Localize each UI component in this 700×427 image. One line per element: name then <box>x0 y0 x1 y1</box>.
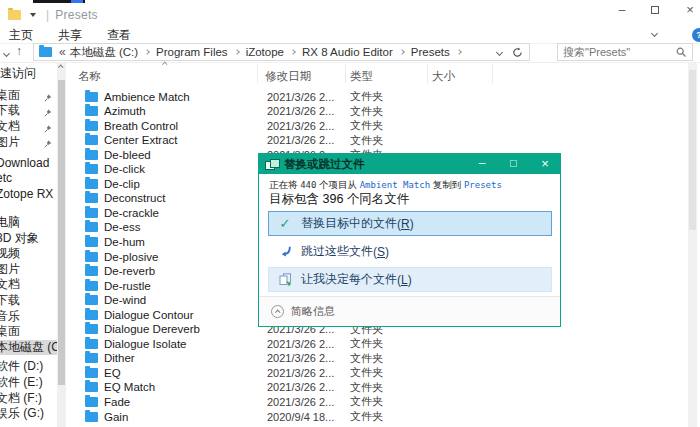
sidebar-item-desktop[interactable]: 桌面 <box>0 324 57 340</box>
dialog-close-button[interactable]: × <box>537 156 553 172</box>
column-separator[interactable] <box>492 64 493 83</box>
breadcrumb-chevron-icon[interactable] <box>399 49 405 55</box>
file-row[interactable]: Ambience Match2021/3/26 2...文件夹 <box>72 89 686 104</box>
sidebar-item-pictures-pinned[interactable]: 图片 <box>0 134 57 150</box>
search-box[interactable] <box>557 43 693 61</box>
sidebar-item-drive-g[interactable]: 娱乐 (G:) <box>0 406 57 422</box>
breadcrumb-chevron-icon[interactable] <box>456 49 462 55</box>
file-row[interactable]: Center Extract2021/3/26 2...文件夹 <box>72 133 686 148</box>
sidebar-item-this-pc[interactable]: 电脑 <box>0 215 57 231</box>
minimize-button[interactable]: – <box>612 3 632 19</box>
close-button[interactable]: × <box>680 3 700 19</box>
sidebar-item-quick-access[interactable]: 速访问 <box>0 66 57 82</box>
sidebar-item-documents-pinned[interactable]: 文档 <box>0 119 57 135</box>
breadcrumb-segment[interactable]: 本地磁盘 (C:) <box>70 45 138 60</box>
search-input[interactable] <box>563 46 676 58</box>
dialog-option-replace[interactable]: ✓替换目标中的文件(R) <box>268 211 552 236</box>
file-type: 文件夹 <box>350 133 686 148</box>
file-row[interactable]: Dither2021/3/26 2...文件夹 <box>72 351 686 366</box>
file-name: De-plosive <box>104 251 261 263</box>
sidebar-item-label: 桌面 <box>0 87 20 104</box>
breadcrumb-segment[interactable]: Program Files <box>156 46 228 58</box>
sidebar-item-music[interactable]: 音乐 <box>0 308 57 324</box>
sidebar-item-videos[interactable]: 视频 <box>0 246 57 262</box>
sidebar-item-documents[interactable]: 文档 <box>0 277 57 293</box>
breadcrumb-chevron-icon[interactable] <box>144 49 150 55</box>
up-arrow-icon[interactable]: ↑ <box>16 44 22 58</box>
sidebar-item-label: 软件 (D:) <box>0 358 43 375</box>
file-row[interactable]: Azimuth2021/3/26 2...文件夹 <box>72 104 686 119</box>
file-name: De-bleed <box>104 149 261 161</box>
address-dropdown-icon[interactable] <box>496 48 503 55</box>
menu-tab-1[interactable]: 共享 <box>58 27 82 44</box>
sidebar-item-label: 桌面 <box>0 323 20 340</box>
sidebar-item-pictures[interactable]: 图片 <box>0 262 57 278</box>
file-date: 2021/3/26 2... <box>267 352 344 364</box>
collapse-details-icon[interactable] <box>271 305 284 318</box>
file-row[interactable]: Gain2020/9/4 18...文件夹 <box>72 409 686 424</box>
breadcrumb-chevron-icon[interactable] <box>290 49 296 55</box>
help-icon[interactable]: ? <box>692 28 700 42</box>
destination-folder-link[interactable]: Presets <box>464 180 502 190</box>
sidebar-item-label: 音乐 <box>0 308 20 325</box>
dialog-minimize-button[interactable]: – <box>474 156 490 172</box>
file-name: Fade <box>104 396 261 408</box>
file-row[interactable]: EQ Match2021/3/26 2...文件夹 <box>72 380 686 395</box>
maximize-button[interactable] <box>645 3 665 19</box>
scroll-up-icon[interactable] <box>58 65 63 70</box>
sidebar-item-label: 下载 <box>0 102 20 119</box>
file-name: De-ess <box>104 221 261 233</box>
sidebar-item-local-disk-c[interactable]: 本地磁盘 (C: <box>0 340 57 356</box>
source-folder-link[interactable]: Ambient Match <box>360 180 430 190</box>
file-row[interactable]: EQ2021/3/26 2...文件夹 <box>72 365 686 380</box>
breadcrumb-segment[interactable]: iZotope <box>246 46 284 58</box>
column-header-name[interactable]: 名称 <box>78 69 101 84</box>
menu-tab-0[interactable]: 主页 <box>9 27 33 44</box>
sidebar-item-3d-objects[interactable]: 3D 对象 <box>0 230 57 246</box>
sidebar-item-izotope-rx-folder[interactable]: Zotope RX <box>0 186 57 202</box>
sidebar-item-drive-d[interactable]: 软件 (D:) <box>0 359 57 375</box>
column-separator[interactable] <box>427 64 428 83</box>
file-list-scrollbar-thumb[interactable] <box>689 70 696 230</box>
file-name: De-crackle <box>104 207 261 219</box>
sidebar-item-downloads-pinned[interactable]: 下载 <box>0 103 57 119</box>
dialog-maximize-button <box>505 156 521 172</box>
dialog-option-skip[interactable]: 跳过这些文件(S) <box>268 239 552 264</box>
recent-locations-icon[interactable] <box>3 50 10 57</box>
breadcrumb-chevron-icon[interactable] <box>234 49 240 55</box>
sidebar-item-downloads[interactable]: 下载 <box>0 293 57 309</box>
folder-icon <box>85 106 98 116</box>
column-separator[interactable] <box>345 64 346 83</box>
file-name: Deconstruct <box>104 192 261 204</box>
quick-access-toolbar-caret-icon[interactable] <box>30 13 36 17</box>
column-header-size[interactable]: 大小 <box>432 69 455 84</box>
breadcrumb-segment[interactable]: RX 8 Audio Editor <box>302 46 393 58</box>
file-row[interactable]: Dialogue Isolate2021/3/26 2...文件夹 <box>72 336 686 351</box>
column-header-date-modified[interactable]: 修改日期 <box>265 69 311 84</box>
breadcrumb-segment[interactable]: Presets <box>411 46 450 58</box>
pin-icon <box>44 137 52 151</box>
file-date: 2021/3/26 2... <box>267 120 344 132</box>
refresh-icon[interactable] <box>512 47 523 58</box>
folder-icon <box>85 150 98 160</box>
skip-arrow-icon <box>278 245 292 258</box>
sidebar-item-desktop-pinned[interactable]: 桌面 <box>0 88 57 104</box>
dialog-option-decide[interactable]: 让我决定每个文件(L) <box>268 267 552 292</box>
conflict-summary-text: 目标包含 396 个同名文件 <box>269 191 409 208</box>
breadcrumb-overflow[interactable]: « <box>59 45 66 59</box>
file-name: Breath Control <box>104 120 261 132</box>
sidebar-scrollbar-thumb[interactable] <box>58 80 65 385</box>
column-separator[interactable] <box>257 64 258 83</box>
sidebar-item-drive-e[interactable]: 软件 (E:) <box>0 375 57 391</box>
menu-tab-2[interactable]: 查看 <box>107 27 131 44</box>
file-row[interactable]: Fade2021/3/26 2...文件夹 <box>72 394 686 409</box>
sidebar-item-drive-f[interactable]: 文档 (F:) <box>0 390 57 406</box>
sidebar-item-etc-folder[interactable]: etc <box>0 171 57 187</box>
sidebar-item-download-folder[interactable]: Download <box>0 155 57 171</box>
file-row[interactable]: Breath Control2021/3/26 2...文件夹 <box>72 118 686 133</box>
dialog-title-bar[interactable]: 替换或跳过文件 – × <box>259 154 560 174</box>
address-bar[interactable]: « 本地磁盘 (C:)Program FilesiZotopeRX 8 Audi… <box>33 43 530 61</box>
column-header-type[interactable]: 类型 <box>350 69 373 84</box>
sidebar-item-label: 文档 <box>0 276 20 293</box>
fewer-details-label[interactable]: 简略信息 <box>291 304 335 319</box>
